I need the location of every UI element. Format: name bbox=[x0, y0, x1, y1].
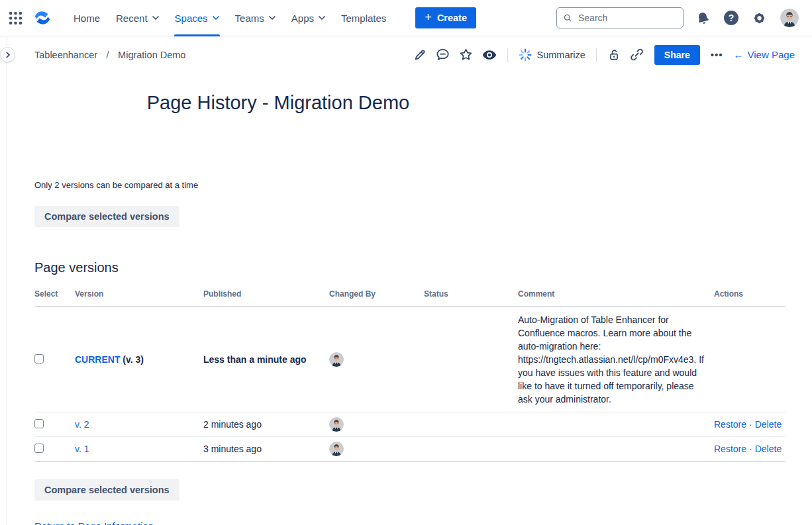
toolbar-divider bbox=[596, 48, 597, 62]
changed-by-avatar[interactable] bbox=[329, 352, 344, 367]
breadcrumb-row: Tableenhancer / Migration Demo bbox=[0, 36, 812, 73]
nav-item-label: Spaces bbox=[175, 13, 208, 24]
sidebar-divider bbox=[7, 37, 7, 525]
toolbar-divider bbox=[507, 48, 508, 62]
summarize-button[interactable]: Summarize bbox=[519, 48, 585, 62]
page-title: Page History - Migration Demo bbox=[34, 89, 522, 116]
changed-by-avatar[interactable] bbox=[329, 442, 344, 456]
nav-item-teams[interactable]: Teams bbox=[227, 0, 283, 36]
app-grid-icon bbox=[9, 12, 22, 24]
confluence-logo[interactable] bbox=[32, 9, 52, 27]
top-nav-right: ? bbox=[696, 9, 799, 27]
copy-link-button[interactable] bbox=[630, 48, 644, 62]
version-link[interactable]: v. 2 bbox=[75, 419, 89, 430]
app-switcher-button[interactable] bbox=[9, 12, 22, 24]
chevron-right-icon bbox=[5, 52, 11, 58]
nav-item-apps[interactable]: Apps bbox=[283, 0, 333, 36]
comment-icon bbox=[436, 48, 450, 62]
restore-link[interactable]: Restore bbox=[714, 419, 746, 430]
version-link-current[interactable]: CURRENT bbox=[75, 354, 120, 365]
search-box[interactable] bbox=[556, 7, 684, 28]
main-content: Page History - Migration Demo Only 2 ver… bbox=[0, 89, 812, 525]
notifications-button[interactable] bbox=[696, 11, 710, 25]
sparkle-icon bbox=[519, 48, 532, 62]
create-button[interactable]: + Create bbox=[415, 7, 476, 28]
version-checkbox[interactable] bbox=[34, 444, 44, 453]
compare-selected-versions-button-bottom[interactable]: Compare selected versions bbox=[34, 479, 179, 501]
version-comment bbox=[518, 437, 714, 462]
chevron-down-icon bbox=[152, 16, 159, 20]
chevron-down-icon bbox=[319, 16, 325, 20]
link-icon bbox=[630, 48, 644, 62]
nav-item-label: Apps bbox=[291, 13, 314, 24]
profile-button[interactable] bbox=[780, 9, 799, 27]
nav-item-templates[interactable]: Templates bbox=[333, 0, 394, 36]
published-time: 3 minutes ago bbox=[203, 437, 329, 462]
column-header-published: Published bbox=[203, 285, 329, 307]
question-mark-icon: ? bbox=[724, 11, 738, 25]
breadcrumb-separator: / bbox=[107, 50, 109, 60]
delete-link[interactable]: Delete bbox=[755, 419, 782, 430]
unlock-icon bbox=[607, 48, 621, 62]
plus-icon: + bbox=[425, 11, 432, 23]
comments-button[interactable] bbox=[436, 48, 450, 62]
version-checkbox[interactable] bbox=[34, 419, 44, 428]
help-button[interactable]: ? bbox=[724, 11, 738, 25]
restrictions-button[interactable] bbox=[607, 48, 621, 62]
version-number: (v. 3) bbox=[123, 354, 144, 365]
expand-sidebar-button[interactable] bbox=[0, 47, 15, 62]
view-page-label: View Page bbox=[748, 49, 795, 60]
versions-table: Select Version Published Changed By Stat… bbox=[34, 285, 786, 462]
settings-button[interactable] bbox=[752, 11, 766, 25]
status-cell bbox=[424, 437, 518, 462]
breadcrumb-space-link[interactable]: Tableenhancer bbox=[34, 50, 97, 60]
watch-button[interactable] bbox=[482, 48, 497, 62]
changed-by-avatar[interactable] bbox=[329, 417, 344, 432]
nav-item-label: Templates bbox=[341, 13, 386, 24]
column-header-comment: Comment bbox=[518, 285, 714, 307]
summarize-label: Summarize bbox=[537, 50, 585, 60]
delete-link[interactable]: Delete bbox=[755, 444, 782, 454]
share-button[interactable]: Share bbox=[654, 45, 700, 65]
nav-item-recent[interactable]: Recent bbox=[108, 0, 167, 36]
nav-item-spaces[interactable]: Spaces bbox=[167, 0, 227, 36]
compare-note: Only 2 versions can be compared at a tim… bbox=[34, 180, 786, 190]
create-button-label: Create bbox=[437, 13, 467, 23]
view-page-link[interactable]: ← View Page bbox=[734, 49, 795, 60]
top-nav: Home Recent Spaces Teams Apps Templates … bbox=[0, 0, 812, 36]
status-cell bbox=[424, 307, 518, 412]
published-time: Less than a minute ago bbox=[203, 307, 329, 412]
status-cell bbox=[424, 412, 518, 437]
version-checkbox[interactable] bbox=[34, 354, 44, 363]
version-row-current: CURRENT (v. 3) Less than a minute ago Au… bbox=[34, 307, 786, 412]
version-row-2: v. 2 2 minutes ago Restore·Delete bbox=[34, 412, 786, 437]
compare-selected-versions-button-top[interactable]: Compare selected versions bbox=[34, 206, 179, 227]
chevron-down-icon bbox=[213, 16, 219, 20]
search-icon bbox=[563, 13, 572, 23]
bell-icon bbox=[695, 9, 711, 26]
search-input[interactable] bbox=[577, 12, 677, 24]
share-button-label: Share bbox=[664, 50, 690, 60]
return-to-page-information-link[interactable]: Return to Page Information bbox=[34, 520, 154, 525]
eye-icon bbox=[482, 48, 497, 62]
restore-link[interactable]: Restore bbox=[714, 444, 746, 454]
edit-button[interactable] bbox=[413, 48, 427, 62]
star-button[interactable] bbox=[459, 48, 473, 62]
primary-nav: Home Recent Spaces Teams Apps Templates bbox=[66, 0, 394, 36]
column-header-status: Status bbox=[424, 285, 518, 307]
confluence-logo-icon bbox=[32, 9, 52, 27]
version-comment bbox=[518, 412, 714, 437]
more-actions-button[interactable]: ••• bbox=[709, 49, 725, 60]
nav-item-home[interactable]: Home bbox=[66, 0, 108, 36]
user-avatar bbox=[780, 9, 799, 27]
action-separator: · bbox=[746, 444, 755, 454]
column-header-select: Select bbox=[34, 285, 75, 307]
gear-icon bbox=[752, 11, 766, 25]
version-link[interactable]: v. 1 bbox=[75, 444, 89, 454]
arrow-left-icon: ← bbox=[734, 49, 744, 60]
breadcrumb-page-link[interactable]: Migration Demo bbox=[118, 50, 185, 60]
nav-item-label: Home bbox=[74, 13, 100, 24]
nav-item-label: Recent bbox=[116, 13, 148, 24]
column-header-version: Version bbox=[75, 285, 203, 307]
pencil-icon bbox=[413, 48, 427, 62]
